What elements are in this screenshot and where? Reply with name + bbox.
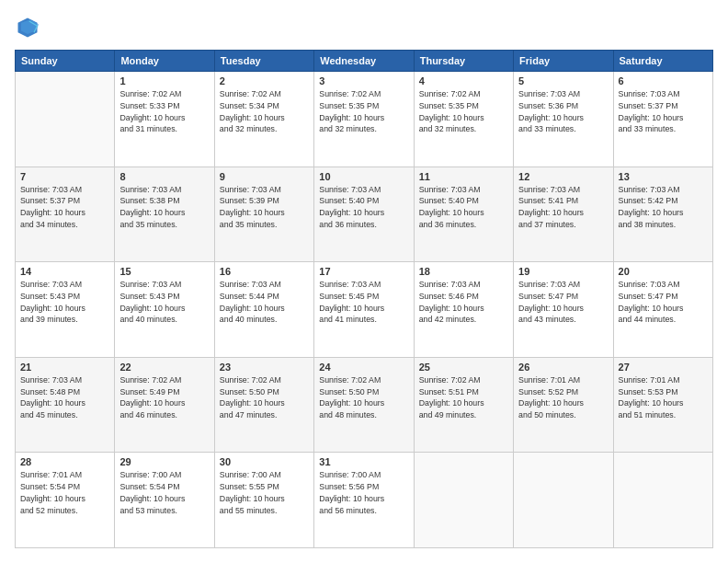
weekday-header-sunday: Sunday [16,51,115,72]
day-info: Sunrise: 7:03 AMSunset: 5:41 PMDaylight:… [518,184,608,231]
day-info: Sunrise: 7:00 AMSunset: 5:56 PMDaylight:… [319,469,408,516]
week-row-5: 28Sunrise: 7:01 AMSunset: 5:54 PMDayligh… [16,453,713,548]
day-number: 5 [518,75,608,86]
day-number: 21 [20,362,109,373]
day-info: Sunrise: 7:03 AMSunset: 5:40 PMDaylight:… [319,184,408,231]
day-info: Sunrise: 7:00 AMSunset: 5:54 PMDaylight:… [119,469,209,516]
day-info: Sunrise: 7:02 AMSunset: 5:50 PMDaylight:… [319,374,408,421]
weekday-header-row: SundayMondayTuesdayWednesdayThursdayFrid… [16,51,713,72]
day-number: 22 [119,362,209,373]
calendar-cell: 13Sunrise: 7:03 AMSunset: 5:42 PMDayligh… [613,167,712,262]
calendar-cell: 25Sunrise: 7:02 AMSunset: 5:51 PMDayligh… [414,357,513,453]
calendar-cell: 3Sunrise: 7:02 AMSunset: 5:35 PMDaylight… [314,72,414,167]
day-info: Sunrise: 7:03 AMSunset: 5:43 PMDaylight:… [20,279,109,326]
calendar-cell: 5Sunrise: 7:03 AMSunset: 5:36 PMDaylight… [514,72,613,167]
week-row-3: 14Sunrise: 7:03 AMSunset: 5:43 PMDayligh… [16,262,713,358]
day-number: 11 [419,171,508,182]
day-number: 17 [319,266,408,277]
calendar-cell [16,72,115,167]
day-number: 2 [220,75,309,86]
calendar-cell: 12Sunrise: 7:03 AMSunset: 5:41 PMDayligh… [514,167,613,262]
day-number: 20 [619,266,708,277]
calendar-cell: 1Sunrise: 7:02 AMSunset: 5:33 PMDaylight… [115,72,214,167]
page: SundayMondayTuesdayWednesdayThursdayFrid… [0,0,728,563]
calendar-cell: 9Sunrise: 7:03 AMSunset: 5:39 PMDaylight… [214,167,313,262]
day-info: Sunrise: 7:03 AMSunset: 5:48 PMDaylight:… [20,374,109,421]
calendar-cell [414,453,513,548]
day-number: 10 [319,171,408,182]
calendar-cell [514,453,613,548]
weekday-header-saturday: Saturday [613,51,712,72]
calendar-cell: 27Sunrise: 7:01 AMSunset: 5:53 PMDayligh… [613,357,712,453]
week-row-1: 1Sunrise: 7:02 AMSunset: 5:33 PMDaylight… [16,72,713,167]
calendar: SundayMondayTuesdayWednesdayThursdayFrid… [15,50,713,548]
day-number: 27 [619,362,708,373]
day-number: 18 [419,266,508,277]
day-info: Sunrise: 7:03 AMSunset: 5:39 PMDaylight:… [220,184,309,231]
calendar-cell: 31Sunrise: 7:00 AMSunset: 5:56 PMDayligh… [314,453,414,548]
day-number: 14 [20,266,109,277]
day-info: Sunrise: 7:03 AMSunset: 5:37 PMDaylight:… [20,184,109,231]
day-number: 25 [419,362,508,373]
day-number: 9 [220,171,309,182]
day-info: Sunrise: 7:03 AMSunset: 5:43 PMDaylight:… [119,279,209,326]
calendar-cell: 26Sunrise: 7:01 AMSunset: 5:52 PMDayligh… [514,357,613,453]
day-info: Sunrise: 7:03 AMSunset: 5:38 PMDaylight:… [119,184,209,231]
week-row-2: 7Sunrise: 7:03 AMSunset: 5:37 PMDaylight… [16,167,713,262]
calendar-cell: 2Sunrise: 7:02 AMSunset: 5:34 PMDaylight… [214,72,313,167]
weekday-header-friday: Friday [514,51,613,72]
calendar-cell: 19Sunrise: 7:03 AMSunset: 5:47 PMDayligh… [514,262,613,358]
day-number: 1 [119,75,209,86]
calendar-cell: 4Sunrise: 7:02 AMSunset: 5:35 PMDaylight… [414,72,513,167]
day-number: 29 [119,456,209,467]
weekday-header-tuesday: Tuesday [214,51,313,72]
calendar-cell: 6Sunrise: 7:03 AMSunset: 5:37 PMDaylight… [613,72,712,167]
day-number: 28 [20,456,109,467]
day-info: Sunrise: 7:01 AMSunset: 5:54 PMDaylight:… [20,469,109,516]
calendar-cell: 14Sunrise: 7:03 AMSunset: 5:43 PMDayligh… [16,262,115,358]
day-info: Sunrise: 7:01 AMSunset: 5:52 PMDaylight:… [518,374,608,421]
weekday-header-thursday: Thursday [414,51,513,72]
logo [15,15,44,40]
day-number: 8 [119,171,209,182]
logo-icon [15,15,40,40]
day-info: Sunrise: 7:03 AMSunset: 5:47 PMDaylight:… [619,279,708,326]
day-info: Sunrise: 7:03 AMSunset: 5:44 PMDaylight:… [220,279,309,326]
calendar-cell [613,453,712,548]
day-number: 15 [119,266,209,277]
day-info: Sunrise: 7:03 AMSunset: 5:45 PMDaylight:… [319,279,408,326]
calendar-cell: 8Sunrise: 7:03 AMSunset: 5:38 PMDaylight… [115,167,214,262]
calendar-cell: 20Sunrise: 7:03 AMSunset: 5:47 PMDayligh… [613,262,712,358]
calendar-cell: 21Sunrise: 7:03 AMSunset: 5:48 PMDayligh… [16,357,115,453]
day-info: Sunrise: 7:03 AMSunset: 5:37 PMDaylight:… [619,88,708,135]
day-info: Sunrise: 7:02 AMSunset: 5:51 PMDaylight:… [419,374,508,421]
calendar-cell: 7Sunrise: 7:03 AMSunset: 5:37 PMDaylight… [16,167,115,262]
calendar-cell: 24Sunrise: 7:02 AMSunset: 5:50 PMDayligh… [314,357,414,453]
day-number: 4 [419,75,508,86]
calendar-cell: 17Sunrise: 7:03 AMSunset: 5:45 PMDayligh… [314,262,414,358]
day-info: Sunrise: 7:02 AMSunset: 5:35 PMDaylight:… [419,88,508,135]
day-info: Sunrise: 7:02 AMSunset: 5:49 PMDaylight:… [119,374,209,421]
day-info: Sunrise: 7:03 AMSunset: 5:36 PMDaylight:… [518,88,608,135]
week-row-4: 21Sunrise: 7:03 AMSunset: 5:48 PMDayligh… [16,357,713,453]
day-number: 13 [619,171,708,182]
day-number: 31 [319,456,408,467]
calendar-cell: 18Sunrise: 7:03 AMSunset: 5:46 PMDayligh… [414,262,513,358]
day-info: Sunrise: 7:02 AMSunset: 5:33 PMDaylight:… [119,88,209,135]
calendar-cell: 15Sunrise: 7:03 AMSunset: 5:43 PMDayligh… [115,262,214,358]
calendar-cell: 16Sunrise: 7:03 AMSunset: 5:44 PMDayligh… [214,262,313,358]
day-info: Sunrise: 7:02 AMSunset: 5:50 PMDaylight:… [220,374,309,421]
day-number: 19 [518,266,608,277]
day-info: Sunrise: 7:02 AMSunset: 5:35 PMDaylight:… [319,88,408,135]
day-info: Sunrise: 7:02 AMSunset: 5:34 PMDaylight:… [220,88,309,135]
day-number: 26 [518,362,608,373]
day-number: 30 [220,456,309,467]
day-info: Sunrise: 7:03 AMSunset: 5:40 PMDaylight:… [419,184,508,231]
day-number: 23 [220,362,309,373]
header [15,15,713,40]
day-info: Sunrise: 7:03 AMSunset: 5:42 PMDaylight:… [619,184,708,231]
day-number: 3 [319,75,408,86]
calendar-cell: 10Sunrise: 7:03 AMSunset: 5:40 PMDayligh… [314,167,414,262]
day-number: 24 [319,362,408,373]
weekday-header-monday: Monday [115,51,214,72]
